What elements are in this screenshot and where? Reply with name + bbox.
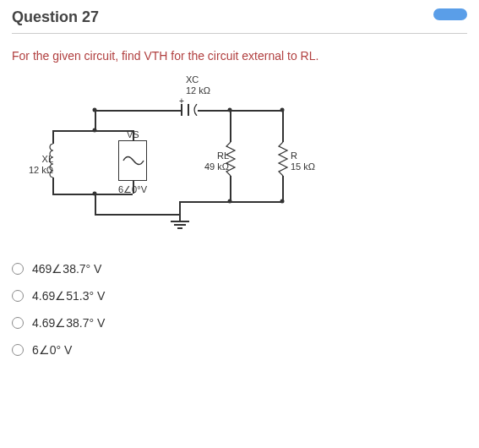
wire (179, 201, 181, 214)
xl-label: XL 12 kΩ (29, 154, 53, 176)
radio-icon (12, 317, 24, 329)
wire (230, 176, 231, 201)
wire (282, 110, 284, 142)
wire (52, 178, 54, 194)
rl-name: RL (217, 150, 229, 161)
radio-icon (12, 290, 24, 302)
circuit-diagram: XC 12 kΩ + XL 12 kΩ VS 6∠0°V (19, 74, 340, 235)
option-3[interactable]: 4.69∠38.7° V (12, 309, 467, 336)
rl-value: 49 kΩ (204, 161, 229, 172)
r-label: R 15 kΩ (291, 150, 315, 172)
option-label: 469∠38.7° V (32, 262, 101, 276)
question-header: Question 27 (12, 8, 467, 34)
wire (282, 176, 284, 201)
xc-value: 12 kΩ (186, 85, 210, 96)
wire (95, 194, 96, 214)
radio-icon (12, 263, 24, 275)
resistor-r (277, 142, 289, 176)
option-label: 4.69∠38.7° V (32, 316, 105, 330)
voltage-source (118, 140, 147, 181)
option-1[interactable]: 469∠38.7° V (12, 255, 467, 282)
option-2[interactable]: 4.69∠51.3° V (12, 282, 467, 309)
wire (230, 110, 231, 142)
vs-value: 6∠0°V (118, 184, 147, 195)
wire (52, 130, 95, 132)
wire (95, 214, 180, 216)
wire (52, 194, 95, 195)
wire (198, 110, 282, 112)
wire (95, 110, 181, 112)
xl-name: XL (42, 154, 53, 164)
r-name: R (291, 150, 297, 161)
xc-name: XC (186, 74, 199, 85)
radio-icon (12, 344, 24, 356)
option-label: 4.69∠51.3° V (32, 289, 105, 303)
xc-label: XC 12 kΩ (186, 74, 210, 96)
answer-options: 469∠38.7° V 4.69∠51.3° V 4.69∠38.7° V 6∠… (12, 255, 467, 363)
option-label: 6∠0° V (32, 343, 72, 357)
xl-value: 12 kΩ (29, 165, 53, 175)
corner-badge (433, 8, 467, 20)
wire (52, 130, 54, 144)
rl-label: RL 49 kΩ (204, 150, 229, 172)
r-value: 15 kΩ (291, 161, 315, 172)
question-prompt: For the given circuit, find VTH for the … (12, 49, 467, 63)
vs-name: VS (127, 129, 139, 140)
option-4[interactable]: 6∠0° V (12, 336, 467, 363)
wire (179, 214, 181, 221)
